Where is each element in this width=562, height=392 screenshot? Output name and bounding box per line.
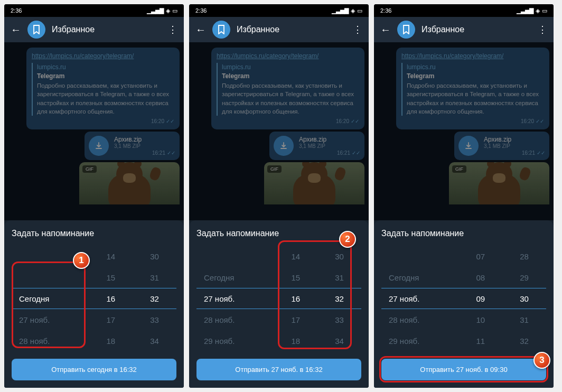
send-button[interactable]: Отправить 27 нояб. в 09:30	[381, 359, 546, 380]
minute-column[interactable]: 28 29 30 31 32	[502, 246, 546, 351]
message-gif[interactable]: GIF	[79, 162, 180, 204]
picker-item[interactable]: 28 нояб.	[204, 309, 274, 330]
picker-item-selected[interactable]: 27 нояб.	[204, 288, 274, 309]
back-arrow-icon[interactable]: ←	[11, 24, 21, 36]
picker-item[interactable]: 34	[133, 330, 176, 351]
message-link[interactable]: https://lumpics.ru/category/telegram/	[217, 52, 319, 60]
link-preview: lumpics.ru Telegram Подробно рассказывае…	[32, 63, 174, 116]
chat-title[interactable]: Избранное	[237, 25, 346, 34]
picker-item-selected[interactable]: 30	[502, 288, 546, 309]
bookmark-icon[interactable]	[397, 21, 415, 39]
picker-item-selected[interactable]: 16	[274, 288, 317, 309]
picker-item[interactable]: 29 нояб.	[389, 330, 458, 351]
picker-item[interactable]: 28	[502, 246, 546, 267]
chat-area: https://lumpics.ru/category/telegram/ lu…	[374, 42, 554, 220]
datetime-picker[interactable]: Сегодня 27 нояб. 28 нояб. 29 нояб. 14 15…	[196, 246, 361, 351]
picker-item[interactable]: 27 нояб.	[19, 309, 89, 330]
file-download-icon[interactable]	[274, 136, 294, 156]
file-info: Архив.zip 3,1 MB ZIP 16:21✓✓	[114, 136, 175, 156]
hour-column[interactable]: 07 08 09 10 11	[458, 246, 502, 351]
back-arrow-icon[interactable]: ←	[195, 24, 206, 36]
picker-item[interactable]: Сегодня	[204, 267, 274, 288]
picker-item[interactable]: 34	[317, 330, 361, 351]
picker-item[interactable]: 32	[502, 330, 546, 351]
message-link-preview[interactable]: https://lumpics.ru/category/telegram/ lu…	[26, 48, 180, 129]
message-gif[interactable]: GIF	[449, 162, 549, 204]
picker-item-selected[interactable]: 09	[458, 288, 502, 309]
link-preview: lumpics.ru Telegram Подробно рассказывае…	[217, 63, 359, 116]
date-column[interactable]: Сегодня 27 нояб. 28 нояб. 29 нояб.	[196, 246, 274, 351]
message-link[interactable]: https://lumpics.ru/category/telegram/	[32, 52, 134, 60]
menu-dots-icon[interactable]: ⋮	[168, 24, 177, 35]
send-button[interactable]: Отправить 27 нояб. в 16:32	[196, 359, 361, 380]
file-download-icon[interactable]	[89, 136, 109, 156]
back-arrow-icon[interactable]: ←	[380, 24, 391, 36]
picker-item[interactable]: 28 нояб.	[19, 330, 89, 351]
status-bar: 2:36 ▁▃▅▇ ◈ ▭	[189, 4, 369, 17]
hour-column[interactable]: 14 15 16 17 18	[89, 246, 133, 351]
picker-item[interactable]: 31	[317, 267, 361, 288]
message-link-preview[interactable]: https://lumpics.ru/category/telegram/ lu…	[396, 48, 549, 129]
picker-item[interactable]: 08	[458, 267, 502, 288]
picker-item[interactable]: 18	[274, 330, 317, 351]
menu-dots-icon[interactable]: ⋮	[538, 24, 547, 35]
message-link[interactable]: https://lumpics.ru/category/telegram/	[401, 52, 503, 60]
picker-item[interactable]: 17	[89, 309, 133, 330]
picker-item-selected[interactable]: 32	[133, 288, 176, 309]
picker-item[interactable]: 14	[274, 246, 317, 267]
hour-column[interactable]: 14 15 16 17 18	[274, 246, 317, 351]
battery-icon: ▭	[172, 7, 177, 14]
message-file[interactable]: Архив.zip 3,1 MB ZIP 16:21✓✓	[85, 132, 180, 160]
minute-column[interactable]: 30 31 32 33 34	[133, 246, 176, 351]
file-info: Архив.zip 3,1 MB ZIP 16:21✓✓	[484, 136, 545, 156]
datetime-picker[interactable]: Сегодня 27 нояб. 28 нояб. 29 нояб. 07 08…	[381, 246, 546, 351]
picker-item[interactable]: 30	[317, 246, 361, 267]
chat-title[interactable]: Избранное	[422, 25, 531, 34]
picker-item[interactable]: 33	[317, 309, 361, 330]
read-checkmarks-icon: ✓✓	[352, 150, 360, 156]
minute-column[interactable]: 30 31 32 33 34	[317, 246, 361, 351]
message-time: 16:20✓✓	[217, 118, 359, 125]
picker-item[interactable]: 14	[89, 246, 133, 267]
picker-item[interactable]: 11	[458, 330, 502, 351]
menu-dots-icon[interactable]: ⋮	[353, 24, 362, 35]
picker-item[interactable]: 18	[89, 330, 133, 351]
picker-item[interactable]: 15	[89, 267, 133, 288]
picker-item-selected[interactable]: 16	[89, 288, 133, 309]
picker-item[interactable]: 10	[458, 309, 502, 330]
bookmark-icon[interactable]	[212, 21, 230, 39]
read-checkmarks-icon: ✓✓	[536, 118, 544, 124]
picker-item[interactable]: 29 нояб.	[204, 330, 274, 351]
picker-item[interactable]: 31	[502, 309, 546, 330]
file-time: 16:21✓✓	[299, 150, 360, 156]
picker-item[interactable]: 07	[458, 246, 502, 267]
message-file[interactable]: Архив.zip 3,1 MB ZIP 16:21✓✓	[269, 132, 364, 160]
picker-item[interactable]: 17	[274, 309, 317, 330]
picker-item-selected[interactable]: 27 нояб.	[389, 288, 458, 309]
picker-item[interactable]: 30	[133, 246, 176, 267]
picker-item[interactable]: Сегодня	[389, 267, 458, 288]
send-button[interactable]: Отправить сегодня в 16:32	[12, 359, 176, 380]
signal-icon: ▁▃▅▇	[332, 7, 349, 14]
picker-item[interactable]: 15	[274, 267, 317, 288]
date-column[interactable]: Сегодня 27 нояб. 28 нояб. 29 нояб.	[381, 246, 458, 351]
chat-title[interactable]: Избранное	[52, 25, 162, 34]
picker-item[interactable]: 33	[133, 309, 176, 330]
bookmark-icon[interactable]	[27, 21, 45, 39]
datetime-picker[interactable]: Сегодня 27 нояб. 28 нояб. 14 15 16 17 18…	[12, 246, 176, 351]
picker-item-selected[interactable]: Сегодня	[19, 288, 89, 309]
wifi-icon: ◈	[351, 7, 355, 14]
picker-item[interactable]	[389, 246, 458, 267]
read-checkmarks-icon: ✓✓	[351, 118, 359, 124]
file-download-icon[interactable]	[458, 136, 479, 156]
preview-site: lumpics.ru	[222, 63, 359, 72]
picker-item[interactable]: 29	[502, 267, 546, 288]
picker-item-selected[interactable]: 32	[317, 288, 361, 309]
picker-item[interactable]	[204, 246, 274, 267]
picker-item[interactable]	[19, 267, 89, 288]
message-link-preview[interactable]: https://lumpics.ru/category/telegram/ lu…	[211, 48, 364, 129]
message-gif[interactable]: GIF	[264, 162, 364, 204]
picker-item[interactable]: 31	[133, 267, 176, 288]
picker-item[interactable]: 28 нояб.	[389, 309, 458, 330]
message-file[interactable]: Архив.zip 3,1 MB ZIP 16:21✓✓	[454, 132, 549, 160]
